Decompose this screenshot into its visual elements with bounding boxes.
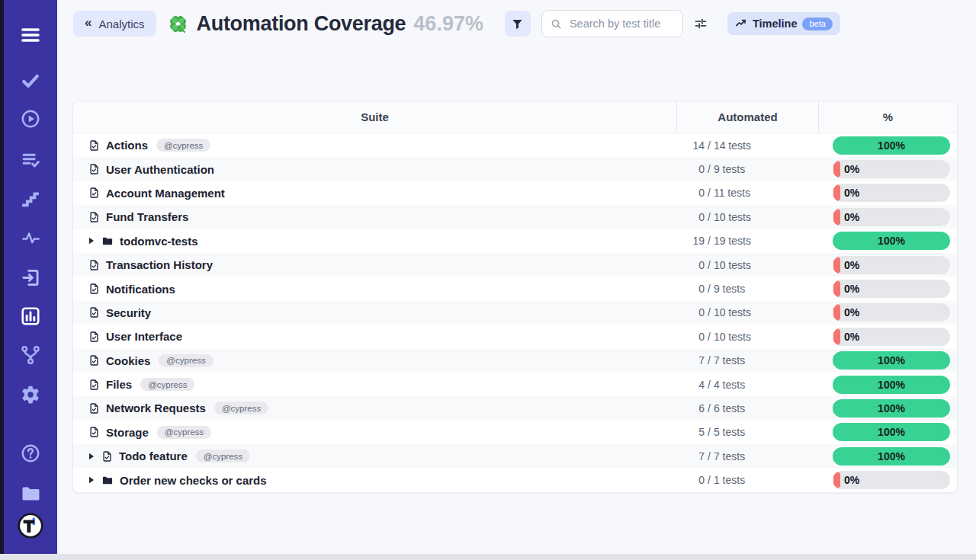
progress-red-sliver [833, 184, 840, 201]
filter-button[interactable] [505, 11, 531, 37]
suite-name: Account Management [106, 187, 225, 200]
percent-cell: 0% [819, 160, 957, 178]
sidebar-item-import[interactable] [18, 265, 43, 290]
app-logo[interactable] [18, 514, 43, 538]
suite-cell: Order new checks or cards [73, 474, 677, 487]
progress-bar: 0% [833, 184, 950, 202]
progress-bar: 0% [833, 208, 950, 226]
file-check-icon [88, 354, 100, 366]
suite-row[interactable]: Files@cypress4/4 tests100% [73, 373, 957, 396]
suite-cell: Account Management [73, 187, 677, 200]
suite-row[interactable]: Transaction History0/10 tests0% [73, 253, 957, 277]
percent-cell: 0% [819, 328, 957, 346]
expand-caret-icon[interactable] [88, 453, 95, 460]
back-button-label: Analytics [98, 18, 144, 30]
suite-tag-badge: @cypress [156, 139, 210, 152]
suite-name: Network Requests [106, 402, 206, 414]
automated-count-cell: 0/10 tests [677, 306, 819, 318]
suite-row[interactable]: Notifications0/9 tests0% [73, 277, 957, 300]
sidebar-item-tests-check[interactable] [18, 69, 43, 93]
timeline-button[interactable]: Timeline beta [727, 12, 840, 35]
suite-name: Storage [106, 426, 149, 439]
expand-caret-icon[interactable] [88, 476, 95, 484]
percent-label: 0% [844, 474, 859, 486]
percent-label: 100% [878, 379, 905, 391]
sidebar-item-branches[interactable] [18, 343, 43, 367]
progress-bar: 100% [833, 447, 950, 466]
percent-label: 0% [844, 163, 859, 175]
sidebar-item-analytics-chart[interactable] [18, 304, 43, 328]
search-input[interactable] [568, 17, 674, 30]
branches-icon [21, 345, 40, 365]
suite-row[interactable]: Todo feature@cypress7/7 tests100% [73, 444, 957, 468]
timeline-label: Timeline [753, 18, 798, 30]
analytics-chart-icon [21, 306, 40, 326]
suite-row[interactable]: Account Management0/11 tests0% [73, 181, 957, 205]
file-check-icon [88, 187, 100, 199]
suite-name: Transaction History [106, 258, 213, 271]
automated-count-cell: 19/19 tests [677, 235, 819, 247]
automated-count-cell: 6/6 tests [677, 402, 819, 414]
automated-count-cell: 0/11 tests [677, 187, 819, 199]
suite-table: Suite Automated % Actions@cypress14/14 t… [72, 101, 958, 493]
sidebar-item-test-plans[interactable] [18, 147, 43, 171]
automated-count-cell: 7/7 tests [677, 450, 819, 462]
percent-cell: 100% [819, 136, 957, 155]
suite-name: Security [106, 306, 151, 319]
percent-label: 0% [844, 331, 859, 343]
suite-cell: User Interface [73, 330, 677, 343]
sidebar-item-projects-folder[interactable] [18, 481, 43, 505]
automated-count-cell: 14/14 tests [677, 139, 819, 152]
beta-badge: beta [802, 18, 832, 30]
percent-label: 100% [878, 235, 905, 247]
column-header-automated: Automated [677, 101, 819, 133]
percent-label: 100% [878, 426, 905, 438]
sidebar-item-help[interactable] [18, 441, 43, 466]
filter-settings-icon[interactable] [693, 16, 708, 31]
suite-row[interactable]: Cookies@cypress7/7 tests100% [73, 349, 957, 373]
sidebar-item-runs-play[interactable] [18, 107, 43, 131]
suite-tag-badge: @cypress [214, 402, 268, 414]
suite-row[interactable]: Network Requests@cypress6/6 tests100% [73, 396, 957, 420]
automated-count-cell: 0/10 tests [677, 211, 819, 223]
suite-cell: Transaction History [73, 258, 677, 271]
folder-icon [101, 475, 114, 486]
help-icon [21, 443, 40, 463]
sidebar-item-pulse[interactable] [18, 226, 43, 250]
pulse-icon [21, 229, 40, 248]
menu-icon [19, 26, 42, 44]
sidebar-item-settings-gear[interactable] [18, 382, 43, 407]
suite-row[interactable]: Actions@cypress14/14 tests100% [73, 133, 957, 157]
back-to-analytics-button[interactable]: « Analytics [73, 11, 156, 37]
sidebar-item-menu[interactable] [18, 23, 43, 47]
table-header-row: Suite Automated % [73, 101, 957, 133]
progress-bar: 100% [833, 376, 950, 394]
projects-folder-icon [21, 483, 41, 504]
expand-caret-icon[interactable] [88, 237, 95, 245]
percent-label: 100% [878, 450, 905, 462]
progress-bar: 100% [833, 232, 950, 250]
suite-row[interactable]: Fund Transfers0/10 tests0% [73, 205, 957, 229]
suite-row[interactable]: Order new checks or cards0/1 tests0% [73, 468, 957, 491]
search-icon [551, 18, 562, 30]
percent-label: 0% [844, 259, 859, 271]
suite-row[interactable]: Storage@cypress5/5 tests100% [73, 421, 957, 444]
percent-label: 100% [878, 402, 905, 414]
suite-row[interactable]: User Authentication0/9 tests0% [73, 157, 957, 181]
file-check-icon [88, 426, 100, 438]
file-check-icon [88, 259, 100, 271]
percent-cell: 0% [819, 256, 957, 274]
suite-row[interactable]: User Interface0/10 tests0% [73, 325, 957, 348]
page-bottom-edge [0, 554, 976, 560]
settings-gear-icon [21, 385, 40, 405]
funnel-icon [512, 18, 523, 30]
percent-cell: 100% [819, 423, 957, 441]
topbar: « Analytics Automation Coverage 46.97% [57, 0, 976, 47]
suite-tag-badge: @cypress [157, 426, 211, 439]
percent-cell: 100% [819, 376, 957, 394]
sidebar-item-milestones[interactable] [18, 187, 43, 211]
suite-name: todomvc-tests [120, 235, 198, 248]
suite-name: User Interface [106, 330, 182, 343]
suite-row[interactable]: todomvc-tests19/19 tests100% [73, 229, 957, 253]
suite-row[interactable]: Security0/10 tests0% [73, 301, 957, 325]
